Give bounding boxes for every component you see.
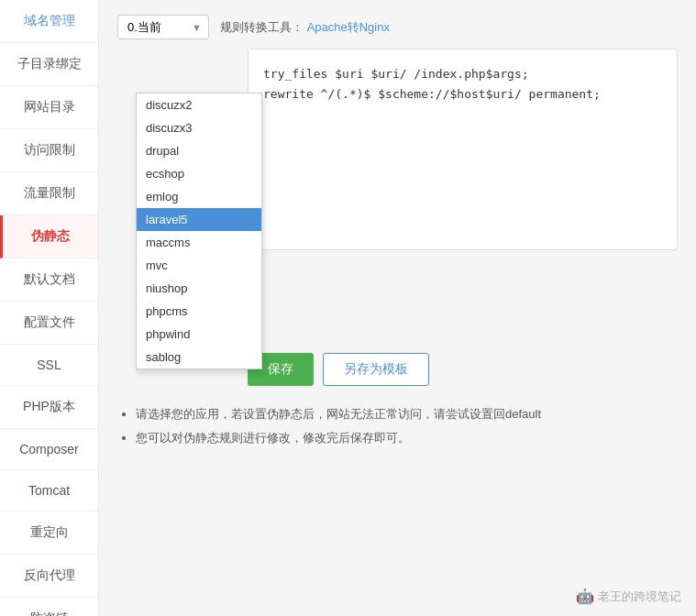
rewrite-select-wrapper[interactable]: 0.当前 ▼ [117, 15, 209, 39]
code-line3: rewrite ^/(.*)$ $scheme://$host$uri/ per… [263, 84, 662, 104]
dropdown-item-niushop[interactable]: niushop [137, 277, 261, 300]
sidebar-item-composer[interactable]: Composer [0, 429, 98, 470]
sidebar-item-domain[interactable]: 域名管理 [0, 0, 98, 43]
dropdown-scroll[interactable]: discuzx2discuzx3drupalecshopemloglaravel… [137, 94, 261, 368]
sidebar-item-tomcat[interactable]: Tomcat [0, 470, 98, 512]
sidebar-item-subdirectory[interactable]: 子目录绑定 [0, 43, 98, 86]
rewrite-dropdown: discuzx2discuzx3drupalecshopemloglaravel… [136, 93, 262, 369]
dropdown-item-phpcms[interactable]: phpcms [137, 300, 261, 323]
save-as-template-button[interactable]: 另存为模板 [323, 353, 429, 386]
notes-list: 请选择您的应用，若设置伪静态后，网站无法正常访问，请尝试设置回default 您… [117, 402, 678, 450]
note-item-2: 您可以对伪静态规则进行修改，修改完后保存即可。 [136, 426, 678, 450]
sidebar-item-traffic[interactable]: 流量限制 [0, 172, 98, 215]
dropdown-item-emlog[interactable]: emlog [137, 185, 261, 208]
sidebar-item-php[interactable]: PHP版本 [0, 386, 98, 429]
sidebar-item-redirect[interactable]: 重定向 [0, 512, 98, 555]
sidebar-item-reverse-proxy[interactable]: 反向代理 [0, 555, 98, 598]
dropdown-item-phpwind[interactable]: phpwind [137, 323, 261, 346]
sidebar-item-config[interactable]: 配置文件 [0, 302, 98, 345]
code-editor-area: try_files $uri $uri/ /index.php$args; re… [248, 49, 678, 342]
watermark-icon: 🤖 [576, 588, 594, 605]
note-item-1: 请选择您的应用，若设置伪静态后，网站无法正常访问，请尝试设置回default [136, 402, 678, 426]
button-row: 保存 另存为模板 [248, 353, 678, 386]
rewrite-select[interactable]: 0.当前 [117, 15, 209, 39]
tool-link-area: 规则转换工具： Apache转Nginx [220, 19, 390, 36]
code-editor[interactable]: try_files $uri $uri/ /index.php$args; re… [248, 49, 678, 250]
dropdown-item-drupal[interactable]: drupal [137, 139, 261, 162]
dropdown-item-sablog[interactable]: sablog [137, 346, 261, 368]
dropdown-item-laravel5[interactable]: laravel5 [137, 208, 261, 231]
sidebar-item-ssl[interactable]: SSL [0, 345, 98, 386]
sidebar-item-access[interactable]: 访问限制 [0, 129, 98, 172]
topbar: 0.当前 ▼ 规则转换工具： Apache转Nginx [117, 15, 678, 39]
sidebar-item-rewrite[interactable]: 伪静态 [0, 215, 98, 258]
sidebar-item-sitedir[interactable]: 网站目录 [0, 86, 98, 129]
watermark-text: 老王的跨境笔记 [598, 588, 681, 605]
watermark: 🤖 老王的跨境笔记 [576, 588, 681, 605]
dropdown-item-mvc[interactable]: mvc [137, 254, 261, 277]
apache-nginx-link[interactable]: Apache转Nginx [307, 20, 390, 34]
sidebar: 域名管理 子目录绑定 网站目录 访问限制 流量限制 伪静态 默认文档 配置文件 … [0, 0, 99, 616]
sidebar-item-hotlink[interactable]: 防盗链 [0, 598, 98, 616]
dropdown-item-discuzx2[interactable]: discuzx2 [137, 94, 261, 116]
sidebar-item-default-doc[interactable]: 默认文档 [0, 258, 98, 302]
dropdown-item-ecshop[interactable]: ecshop [137, 162, 261, 185]
dropdown-item-maccms[interactable]: maccms [137, 231, 261, 254]
main-content: 0.当前 ▼ 规则转换工具： Apache转Nginx discuzx2disc… [99, 0, 696, 616]
code-line1: try_files $uri $uri/ /index.php$args; [263, 64, 662, 84]
dropdown-item-discuzx3[interactable]: discuzx3 [137, 116, 261, 139]
